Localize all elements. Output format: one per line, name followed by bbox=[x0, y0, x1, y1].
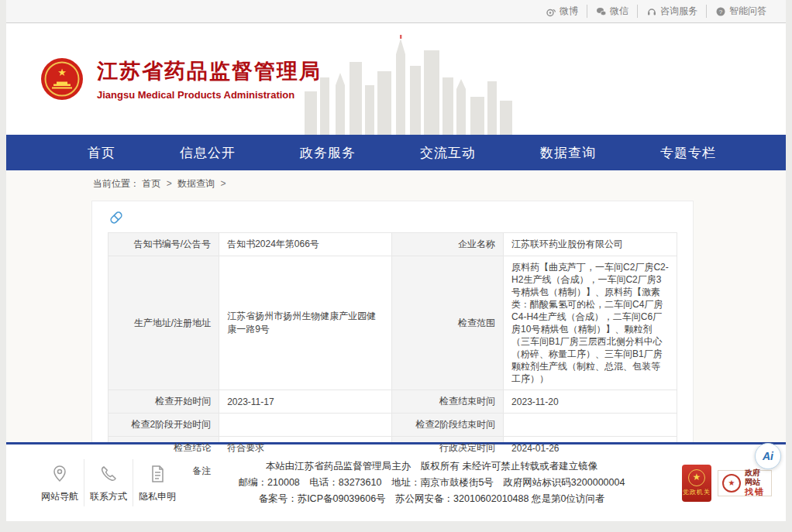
label-production-address: 生产地址/注册地址 bbox=[108, 256, 219, 390]
label-phase2-start: 检查2阶段开始时间 bbox=[108, 414, 219, 437]
svg-text:?: ? bbox=[719, 8, 723, 15]
smart-qa-link[interactable]: ? 智能问答 bbox=[706, 5, 775, 18]
wechat-link[interactable]: 微信 bbox=[587, 5, 637, 18]
value-production-address: 江苏省扬州市扬州生物健康产业园健康一路9号 bbox=[219, 256, 391, 390]
main-nav: 首页 信息公开 政务服务 交流互动 数据查询 专题专栏 bbox=[6, 135, 786, 170]
value-inspection-start: 2023-11-17 bbox=[219, 390, 391, 414]
nav-item-home[interactable]: 首页 bbox=[88, 144, 115, 162]
city-skyline-image bbox=[305, 29, 514, 135]
find-error-label: 找错 bbox=[745, 487, 767, 497]
label-notice-number: 告知书编号/公告号 bbox=[108, 233, 219, 256]
party-badge-label: 党政机关 bbox=[683, 488, 711, 496]
footer-info: 本站由江苏省药品监督管理局主办 版权所有 未经许可禁止转载或者建立镜像 邮编：2… bbox=[181, 458, 682, 507]
footer-line-icp: 备案号：苏ICP备09039606号 苏公网安备：32010602010488 … bbox=[181, 491, 682, 507]
breadcrumb-prefix: 当前位置： bbox=[93, 178, 139, 189]
site-footer: 网站导航 联系方式 隐私申明 本站由江苏省药品监督管理局主办 版权所有 未经许可… bbox=[6, 442, 786, 521]
label-inspection-scope: 检查范围 bbox=[391, 256, 504, 390]
label-inspection-end: 检查结束时间 bbox=[391, 390, 504, 414]
privacy-statement-link[interactable]: 隐私申明 bbox=[133, 459, 181, 506]
site-header: ★ 江苏省药品监督管理局 Jiangsu Medical Products Ad… bbox=[6, 23, 786, 135]
breadcrumb-separator: > bbox=[167, 178, 172, 189]
weibo-link[interactable]: 微博 bbox=[537, 5, 587, 18]
gov-site-label: 政府网站 bbox=[745, 469, 767, 487]
nav-item-data-query[interactable]: 数据查询 bbox=[540, 144, 596, 162]
svg-text:★: ★ bbox=[57, 67, 67, 78]
party-emblem-icon: ★ bbox=[688, 469, 705, 486]
consult-service-label: 咨询服务 bbox=[660, 5, 697, 18]
national-emblem-logo: ★ bbox=[41, 58, 83, 100]
nav-item-gov-services[interactable]: 政务服务 bbox=[300, 144, 356, 162]
value-phase2-start bbox=[219, 414, 391, 437]
headset-icon bbox=[646, 6, 657, 17]
label-phase2-end: 检查2阶段结束时间 bbox=[391, 414, 504, 437]
label-company-name: 企业名称 bbox=[391, 233, 504, 256]
footer-quick-links: 网站导航 联系方式 隐私申明 bbox=[36, 459, 181, 506]
value-inspection-end: 2023-11-20 bbox=[504, 390, 677, 414]
value-notice-number: 告知书2024年第066号 bbox=[219, 233, 391, 256]
breadcrumb-home-link[interactable]: 首页 bbox=[142, 178, 160, 189]
gov-site-find-error-badge[interactable]: ★ 政府网站 找错 bbox=[718, 470, 772, 496]
document-icon bbox=[133, 462, 181, 486]
value-phase2-end bbox=[504, 414, 677, 437]
site-navigation-link[interactable]: 网站导航 bbox=[36, 459, 84, 506]
breadcrumb-separator-2: > bbox=[220, 178, 226, 189]
consult-service-link[interactable]: 咨询服务 bbox=[637, 5, 706, 18]
gov-seal-icon: ★ bbox=[722, 474, 741, 493]
smart-qa-label: 智能问答 bbox=[729, 5, 766, 18]
contact-label: 联系方式 bbox=[84, 490, 133, 503]
nav-item-special-topics[interactable]: 专题专栏 bbox=[660, 144, 716, 162]
breadcrumb-current-link[interactable]: 数据查询 bbox=[177, 178, 215, 189]
footer-line-host: 本站由江苏省药品监督管理局主办 版权所有 未经许可禁止转载或者建立镜像 bbox=[181, 458, 682, 475]
phone-icon bbox=[84, 462, 133, 486]
party-gov-badge[interactable]: ★ 党政机关 bbox=[682, 465, 711, 502]
weibo-icon bbox=[546, 6, 556, 17]
table-row: 生产地址/注册地址 江苏省扬州市扬州生物健康产业园健康一路9号 检查范围 原料药… bbox=[108, 256, 677, 390]
nav-item-info-disclosure[interactable]: 信息公开 bbox=[180, 144, 236, 162]
table-row: 检查2阶段开始时间 检查2阶段结束时间 bbox=[108, 414, 677, 437]
breadcrumb: 当前位置： 首页 > 数据查询 > bbox=[93, 177, 786, 190]
topbar: 微博 微信 咨询服务 ? 智能问答 bbox=[6, 0, 786, 23]
footer-badges: ★ 党政机关 ★ 政府网站 找错 bbox=[682, 465, 772, 502]
weibo-label: 微博 bbox=[560, 5, 578, 18]
footer-line-contact: 邮编：210008 电话：83273610 地址：南京市鼓楼街5号 政府网站标识… bbox=[181, 475, 682, 491]
main-content: 当前位置： 首页 > 数据查询 > 告知书编号/公告号 告知书2024年第066 bbox=[6, 170, 786, 442]
site-title-en: Jiangsu Medical Products Administration bbox=[97, 89, 322, 101]
site-title-cn: 江苏省药品监督管理局 bbox=[97, 57, 322, 85]
wechat-icon bbox=[596, 6, 607, 17]
map-pin-icon bbox=[36, 462, 84, 486]
label-inspection-start: 检查开始时间 bbox=[108, 390, 219, 414]
table-row: 检查开始时间 2023-11-17 检查结束时间 2023-11-20 bbox=[108, 390, 677, 414]
privacy-statement-label: 隐私申明 bbox=[133, 490, 181, 503]
value-company-name: 江苏联环药业股份有限公司 bbox=[504, 233, 677, 256]
contact-link[interactable]: 联系方式 bbox=[84, 459, 133, 506]
table-row: 告知书编号/公告号 告知书2024年第066号 企业名称 江苏联环药业股份有限公… bbox=[108, 233, 677, 256]
site-title-block: 江苏省药品监督管理局 Jiangsu Medical Products Admi… bbox=[97, 57, 322, 101]
site-navigation-label: 网站导航 bbox=[36, 490, 84, 503]
ai-assistant-button[interactable]: Ai bbox=[755, 443, 781, 469]
question-bubble-icon: ? bbox=[715, 6, 726, 17]
pill-icon bbox=[108, 209, 677, 229]
wechat-label: 微信 bbox=[610, 5, 628, 18]
page: 微博 微信 咨询服务 ? 智能问答 ★ bbox=[6, 0, 786, 521]
value-inspection-scope: 原料药【曲克芦丁，一车间C2厂房C2-H2生产线（合成），一车间C2厂房3号精烘… bbox=[504, 256, 677, 390]
nav-item-interaction[interactable]: 交流互动 bbox=[420, 144, 476, 162]
